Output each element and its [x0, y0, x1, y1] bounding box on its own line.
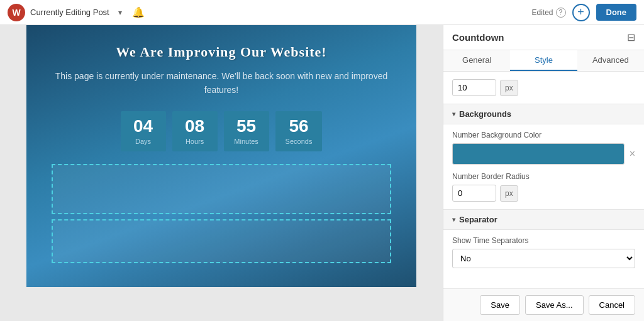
dashed-box-2[interactable]	[52, 219, 391, 263]
preview-content: We Are Improving Our Website! This page …	[39, 44, 404, 275]
top-bar-left: W Currently Editing Post ▾ 🔔	[8, 4, 145, 21]
tab-style[interactable]: Style	[510, 50, 577, 71]
done-button[interactable]: Done	[596, 4, 637, 21]
show-separators-label: Show Time Separators	[452, 236, 635, 245]
color-swatch[interactable]	[452, 143, 625, 165]
bell-icon[interactable]: 🔔	[132, 6, 145, 18]
border-radius-unit: px	[500, 185, 518, 202]
hours-label: Hours	[182, 138, 208, 145]
spacing-row: px	[452, 79, 635, 96]
panel-tabs: General Style Advanced	[443, 50, 644, 72]
top-bar: W Currently Editing Post ▾ 🔔 Edited ? + …	[0, 0, 644, 25]
tab-general[interactable]: General	[443, 50, 510, 71]
separator-section-header[interactable]: ▾ Separator	[443, 209, 644, 230]
panel-footer: Save Save As... Cancel	[443, 288, 644, 321]
chevron-down-icon[interactable]: ▾	[118, 8, 122, 17]
backgrounds-chevron: ▾	[452, 111, 455, 117]
logo-icon: W	[8, 4, 25, 21]
countdown-subtitle: This page is currently under maintenance…	[39, 69, 404, 97]
dashed-box-1[interactable]	[52, 164, 391, 214]
days-label: Days	[131, 138, 156, 145]
countdown-boxes: 04 Days 08 Hours 55 Minutes 56	[39, 111, 404, 151]
show-separators-select[interactable]: No Yes	[452, 249, 635, 268]
spacing-input[interactable]	[452, 79, 496, 96]
separator-chevron: ▾	[452, 216, 455, 223]
panel-title: Countdown	[452, 32, 504, 43]
minimize-button[interactable]: ⊟	[627, 31, 635, 43]
seconds-label: Seconds	[286, 138, 313, 145]
right-panel: Countdown ⊟ General Style Advanced px ▾ …	[443, 25, 644, 321]
minutes-number: 55	[234, 117, 259, 135]
countdown-box-minutes: 55 Minutes	[224, 111, 269, 151]
seconds-number: 56	[286, 117, 313, 135]
countdown-widget: We Are Improving Our Website! This page …	[26, 25, 416, 287]
border-radius-input[interactable]	[452, 185, 496, 202]
panel-header: Countdown ⊟	[443, 25, 644, 50]
hours-number: 08	[182, 117, 208, 135]
tab-advanced[interactable]: Advanced	[577, 50, 644, 71]
save-as-button[interactable]: Save As...	[525, 295, 584, 315]
border-radius-row: px	[452, 185, 635, 202]
backgrounds-label: Backgrounds	[459, 109, 511, 119]
backgrounds-section-header[interactable]: ▾ Backgrounds	[443, 104, 644, 124]
preview-area: We Are Improving Our Website! This page …	[0, 25, 443, 321]
color-row: ×	[452, 143, 635, 165]
main-layout: We Are Improving Our Website! This page …	[0, 25, 644, 321]
help-icon[interactable]: ?	[556, 8, 566, 18]
countdown-box-days: 04 Days	[121, 111, 166, 151]
editing-label: Currently Editing Post	[30, 8, 109, 17]
preview-inner: We Are Improving Our Website! This page …	[26, 25, 416, 287]
border-radius-label: Number Border Radius	[452, 172, 635, 181]
days-number: 04	[131, 117, 156, 135]
edited-text: Edited	[531, 8, 553, 17]
countdown-title: We Are Improving Our Website!	[39, 44, 404, 60]
edited-badge: Edited ?	[531, 8, 565, 18]
save-button[interactable]: Save	[480, 295, 520, 315]
cancel-button[interactable]: Cancel	[589, 295, 635, 315]
color-field-label: Number Background Color	[452, 131, 635, 139]
selection-boxes	[39, 164, 404, 275]
spacing-unit: px	[500, 80, 518, 96]
countdown-box-hours: 08 Hours	[172, 111, 218, 151]
add-button[interactable]: +	[572, 4, 590, 21]
top-bar-right: Edited ? + Done	[531, 4, 636, 21]
panel-content: px ▾ Backgrounds Number Background Color…	[443, 72, 644, 288]
clear-color-button[interactable]: ×	[630, 148, 635, 160]
countdown-box-seconds: 56 Seconds	[275, 111, 323, 151]
minutes-label: Minutes	[234, 138, 259, 145]
separator-label: Separator	[459, 215, 497, 224]
